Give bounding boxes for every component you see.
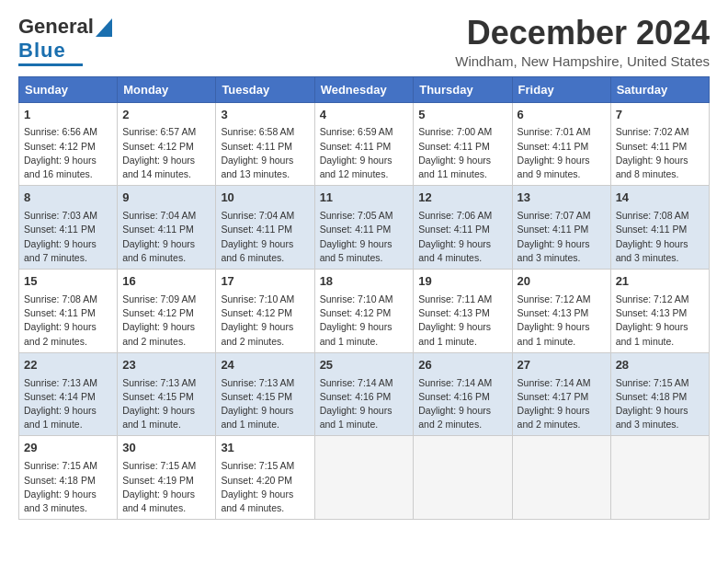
- day-info: Sunrise: 7:12 AM Sunset: 4:13 PM Dayligh…: [616, 293, 704, 349]
- calendar-day-cell: [610, 436, 709, 520]
- weekday-header-sunday: Sunday: [19, 76, 118, 102]
- day-number: 19: [418, 273, 506, 291]
- weekday-header-thursday: Thursday: [414, 76, 512, 102]
- calendar-day-cell: [512, 436, 610, 520]
- day-info: Sunrise: 6:59 AM Sunset: 4:11 PM Dayligh…: [320, 125, 409, 181]
- day-number: 28: [616, 357, 704, 374]
- calendar-day-cell: 23Sunrise: 7:13 AM Sunset: 4:15 PM Dayli…: [118, 352, 216, 436]
- logo-blue: Blue: [18, 39, 66, 63]
- calendar-day-cell: 25Sunrise: 7:14 AM Sunset: 4:16 PM Dayli…: [314, 352, 414, 436]
- day-number: 31: [221, 440, 309, 457]
- day-number: 17: [221, 273, 309, 291]
- day-info: Sunrise: 7:15 AM Sunset: 4:20 PM Dayligh…: [221, 459, 309, 515]
- day-number: 26: [418, 357, 506, 374]
- calendar-day-cell: 17Sunrise: 7:10 AM Sunset: 4:12 PM Dayli…: [216, 270, 314, 353]
- day-number: 2: [122, 107, 210, 124]
- day-number: 22: [24, 357, 112, 374]
- day-info: Sunrise: 7:08 AM Sunset: 4:11 PM Dayligh…: [616, 209, 704, 265]
- day-number: 10: [221, 190, 309, 207]
- calendar-day-cell: 16Sunrise: 7:09 AM Sunset: 4:12 PM Dayli…: [118, 270, 216, 353]
- day-info: Sunrise: 7:09 AM Sunset: 4:12 PM Dayligh…: [122, 293, 210, 349]
- calendar-day-cell: 30Sunrise: 7:15 AM Sunset: 4:19 PM Dayli…: [118, 436, 216, 520]
- calendar-week-row: 22Sunrise: 7:13 AM Sunset: 4:14 PM Dayli…: [19, 352, 710, 436]
- day-info: Sunrise: 7:00 AM Sunset: 4:11 PM Dayligh…: [418, 125, 506, 181]
- calendar-day-cell: 8Sunrise: 7:03 AM Sunset: 4:11 PM Daylig…: [19, 186, 118, 270]
- day-info: Sunrise: 6:58 AM Sunset: 4:11 PM Dayligh…: [221, 125, 309, 181]
- calendar-day-cell: 14Sunrise: 7:08 AM Sunset: 4:11 PM Dayli…: [610, 186, 709, 270]
- day-info: Sunrise: 7:13 AM Sunset: 4:15 PM Dayligh…: [122, 376, 210, 432]
- calendar-week-row: 29Sunrise: 7:15 AM Sunset: 4:18 PM Dayli…: [19, 436, 710, 520]
- calendar-day-cell: 18Sunrise: 7:10 AM Sunset: 4:12 PM Dayli…: [314, 270, 414, 353]
- day-number: 15: [24, 273, 112, 291]
- day-info: Sunrise: 7:13 AM Sunset: 4:15 PM Dayligh…: [221, 376, 309, 432]
- day-info: Sunrise: 7:04 AM Sunset: 4:11 PM Dayligh…: [122, 209, 210, 265]
- calendar-day-cell: 4Sunrise: 6:59 AM Sunset: 4:11 PM Daylig…: [314, 102, 414, 186]
- logo-underline: [18, 63, 83, 66]
- day-number: 23: [122, 357, 210, 374]
- logo: General Blue: [18, 15, 112, 66]
- day-info: Sunrise: 7:13 AM Sunset: 4:14 PM Dayligh…: [24, 376, 112, 432]
- calendar-day-cell: 27Sunrise: 7:14 AM Sunset: 4:17 PM Dayli…: [512, 352, 610, 436]
- calendar-day-cell: 31Sunrise: 7:15 AM Sunset: 4:20 PM Dayli…: [216, 436, 314, 520]
- day-number: 27: [518, 357, 606, 374]
- calendar-day-cell: 9Sunrise: 7:04 AM Sunset: 4:11 PM Daylig…: [118, 186, 216, 270]
- calendar-day-cell: 10Sunrise: 7:04 AM Sunset: 4:11 PM Dayli…: [216, 186, 314, 270]
- day-info: Sunrise: 7:15 AM Sunset: 4:18 PM Dayligh…: [24, 459, 112, 515]
- day-info: Sunrise: 7:06 AM Sunset: 4:11 PM Dayligh…: [418, 209, 506, 265]
- weekday-header-saturday: Saturday: [610, 76, 709, 102]
- day-number: 3: [221, 107, 309, 124]
- calendar-week-row: 15Sunrise: 7:08 AM Sunset: 4:11 PM Dayli…: [19, 270, 710, 353]
- day-number: 8: [24, 190, 112, 207]
- calendar-day-cell: 24Sunrise: 7:13 AM Sunset: 4:15 PM Dayli…: [216, 352, 314, 436]
- day-number: 7: [616, 107, 704, 124]
- day-number: 14: [616, 190, 704, 207]
- calendar-day-cell: 12Sunrise: 7:06 AM Sunset: 4:11 PM Dayli…: [414, 186, 512, 270]
- calendar-day-cell: 6Sunrise: 7:01 AM Sunset: 4:11 PM Daylig…: [512, 102, 610, 186]
- month-title: December 2024: [455, 15, 710, 52]
- calendar-day-cell: 11Sunrise: 7:05 AM Sunset: 4:11 PM Dayli…: [314, 186, 414, 270]
- weekday-header-monday: Monday: [118, 76, 216, 102]
- calendar-table: SundayMondayTuesdayWednesdayThursdayFrid…: [18, 76, 710, 521]
- logo-triangle-icon: [96, 18, 112, 37]
- location-title: Windham, New Hampshire, United States: [455, 53, 710, 69]
- day-number: 20: [518, 273, 606, 291]
- weekday-header-row: SundayMondayTuesdayWednesdayThursdayFrid…: [19, 76, 710, 102]
- page-header: General Blue December 2024 Windham, New …: [18, 15, 710, 69]
- day-number: 11: [320, 190, 409, 207]
- weekday-header-wednesday: Wednesday: [314, 76, 414, 102]
- day-info: Sunrise: 7:05 AM Sunset: 4:11 PM Dayligh…: [320, 209, 409, 265]
- day-number: 6: [518, 107, 606, 124]
- calendar-day-cell: 5Sunrise: 7:00 AM Sunset: 4:11 PM Daylig…: [414, 102, 512, 186]
- logo-general: General: [18, 15, 94, 39]
- calendar-day-cell: 21Sunrise: 7:12 AM Sunset: 4:13 PM Dayli…: [610, 270, 709, 353]
- day-info: Sunrise: 7:03 AM Sunset: 4:11 PM Dayligh…: [24, 209, 112, 265]
- calendar-day-cell: 29Sunrise: 7:15 AM Sunset: 4:18 PM Dayli…: [19, 436, 118, 520]
- calendar-day-cell: 19Sunrise: 7:11 AM Sunset: 4:13 PM Dayli…: [414, 270, 512, 353]
- day-info: Sunrise: 6:57 AM Sunset: 4:12 PM Dayligh…: [122, 125, 210, 181]
- day-number: 1: [24, 107, 112, 124]
- calendar-day-cell: 13Sunrise: 7:07 AM Sunset: 4:11 PM Dayli…: [512, 186, 610, 270]
- calendar-day-cell: 26Sunrise: 7:14 AM Sunset: 4:16 PM Dayli…: [414, 352, 512, 436]
- calendar-day-cell: [414, 436, 512, 520]
- calendar-day-cell: 22Sunrise: 7:13 AM Sunset: 4:14 PM Dayli…: [19, 352, 118, 436]
- day-number: 24: [221, 357, 309, 374]
- day-info: Sunrise: 7:04 AM Sunset: 4:11 PM Dayligh…: [221, 209, 309, 265]
- day-info: Sunrise: 7:14 AM Sunset: 4:17 PM Dayligh…: [518, 376, 606, 432]
- day-info: Sunrise: 7:15 AM Sunset: 4:19 PM Dayligh…: [122, 459, 210, 515]
- calendar-week-row: 1Sunrise: 6:56 AM Sunset: 4:12 PM Daylig…: [19, 102, 710, 186]
- day-info: Sunrise: 7:11 AM Sunset: 4:13 PM Dayligh…: [418, 293, 506, 349]
- day-info: Sunrise: 7:02 AM Sunset: 4:11 PM Dayligh…: [616, 125, 704, 181]
- calendar-week-row: 8Sunrise: 7:03 AM Sunset: 4:11 PM Daylig…: [19, 186, 710, 270]
- calendar-day-cell: 7Sunrise: 7:02 AM Sunset: 4:11 PM Daylig…: [610, 102, 709, 186]
- title-area: December 2024 Windham, New Hampshire, Un…: [455, 15, 710, 69]
- calendar-day-cell: 28Sunrise: 7:15 AM Sunset: 4:18 PM Dayli…: [610, 352, 709, 436]
- day-number: 18: [320, 273, 409, 291]
- day-info: Sunrise: 7:15 AM Sunset: 4:18 PM Dayligh…: [616, 376, 704, 432]
- svg-marker-0: [96, 18, 112, 37]
- day-info: Sunrise: 7:07 AM Sunset: 4:11 PM Dayligh…: [518, 209, 606, 265]
- day-info: Sunrise: 7:12 AM Sunset: 4:13 PM Dayligh…: [518, 293, 606, 349]
- day-number: 29: [24, 440, 112, 457]
- day-info: Sunrise: 7:14 AM Sunset: 4:16 PM Dayligh…: [320, 376, 409, 432]
- day-number: 5: [418, 107, 506, 124]
- calendar-day-cell: 15Sunrise: 7:08 AM Sunset: 4:11 PM Dayli…: [19, 270, 118, 353]
